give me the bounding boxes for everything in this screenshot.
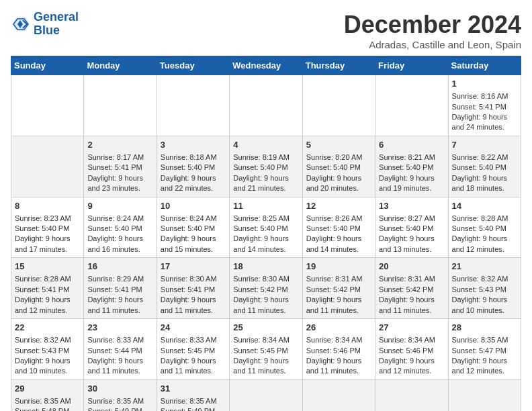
calendar-cell: 10 Sunrise: 8:24 AM Sunset: 5:40 PM Dayl… xyxy=(157,197,229,258)
calendar-cell xyxy=(375,75,448,136)
subtitle: Adradas, Castille and Leon, Spain xyxy=(344,39,521,50)
logo-line1: General xyxy=(34,10,79,24)
header-row: SundayMondayTuesdayWednesdayThursdayFrid… xyxy=(11,56,521,75)
sunset: Sunset: 5:41 PM xyxy=(452,103,506,111)
sunset: Sunset: 5:45 PM xyxy=(233,347,287,355)
sunrise: Sunrise: 8:26 AM xyxy=(306,214,363,222)
sunset: Sunset: 5:41 PM xyxy=(87,285,142,293)
sunrise: Sunrise: 8:23 AM xyxy=(15,214,71,222)
sunrise: Sunrise: 8:31 AM xyxy=(306,275,363,283)
day-number: 15 xyxy=(15,261,80,273)
header-friday: Friday xyxy=(375,56,448,75)
calendar-cell xyxy=(11,136,84,197)
day-number: 18 xyxy=(233,261,298,273)
sunset: Sunset: 5:46 PM xyxy=(306,347,361,355)
day-number: 20 xyxy=(379,261,444,273)
sunset: Sunset: 5:42 PM xyxy=(233,285,287,293)
sunrise: Sunrise: 8:31 AM xyxy=(379,275,435,283)
header-monday: Monday xyxy=(84,56,157,75)
sunrise: Sunrise: 8:30 AM xyxy=(161,275,217,283)
calendar-cell: 4 Sunrise: 8:19 AM Sunset: 5:40 PM Dayli… xyxy=(230,136,302,197)
daylight: Daylight: 9 hours and 10 minutes. xyxy=(452,295,508,314)
day-number: 23 xyxy=(87,322,152,334)
daylight: Daylight: 9 hours and 22 minutes. xyxy=(161,174,216,192)
sunset: Sunset: 5:40 PM xyxy=(306,163,361,171)
day-number: 7 xyxy=(452,139,517,151)
sunset: Sunset: 5:41 PM xyxy=(87,163,142,171)
day-number: 29 xyxy=(15,383,80,395)
calendar-cell: 27 Sunrise: 8:34 AM Sunset: 5:46 PM Dayl… xyxy=(375,319,448,380)
sunrise: Sunrise: 8:20 AM xyxy=(306,153,363,161)
sunrise: Sunrise: 8:24 AM xyxy=(161,214,217,222)
sunrise: Sunrise: 8:17 AM xyxy=(87,153,144,161)
day-number: 30 xyxy=(87,383,152,395)
calendar-header: SundayMondayTuesdayWednesdayThursdayFrid… xyxy=(11,56,521,75)
daylight: Daylight: 9 hours and 11 minutes. xyxy=(233,295,289,314)
sunset: Sunset: 5:40 PM xyxy=(161,224,215,232)
title-area: December 2024 Adradas, Castille and Leon… xyxy=(344,11,521,50)
logo-line2: Blue xyxy=(34,24,60,37)
logo: General Blue xyxy=(11,11,79,38)
calendar-cell: 26 Sunrise: 8:34 AM Sunset: 5:46 PM Dayl… xyxy=(302,319,375,380)
calendar-cell: 18 Sunrise: 8:30 AM Sunset: 5:42 PM Dayl… xyxy=(230,258,302,319)
sunset: Sunset: 5:42 PM xyxy=(306,285,361,293)
day-number: 14 xyxy=(452,200,517,212)
day-number: 4 xyxy=(233,139,298,151)
sunrise: Sunrise: 8:16 AM xyxy=(452,92,508,100)
sunrise: Sunrise: 8:35 AM xyxy=(161,397,217,405)
daylight: Daylight: 9 hours and 23 minutes. xyxy=(87,174,143,192)
sunrise: Sunrise: 8:27 AM xyxy=(379,214,435,222)
day-number: 22 xyxy=(15,322,80,334)
sunrise: Sunrise: 8:32 AM xyxy=(452,275,508,283)
sunrise: Sunrise: 8:18 AM xyxy=(161,153,217,161)
day-number: 5 xyxy=(306,139,371,151)
sunrise: Sunrise: 8:28 AM xyxy=(452,214,508,222)
sunset: Sunset: 5:40 PM xyxy=(161,163,215,171)
sunset: Sunset: 5:40 PM xyxy=(233,163,287,171)
day-number: 16 xyxy=(87,261,152,273)
daylight: Daylight: 9 hours and 13 minutes. xyxy=(379,234,435,253)
daylight: Daylight: 9 hours and 11 minutes. xyxy=(233,357,289,375)
calendar-cell xyxy=(230,75,302,136)
calendar-row: 15 Sunrise: 8:28 AM Sunset: 5:41 PM Dayl… xyxy=(11,258,521,319)
calendar-cell: 3 Sunrise: 8:18 AM Sunset: 5:40 PM Dayli… xyxy=(157,136,229,197)
sunrise: Sunrise: 8:30 AM xyxy=(233,275,290,283)
daylight: Daylight: 9 hours and 18 minutes. xyxy=(452,174,508,192)
sunset: Sunset: 5:42 PM xyxy=(379,285,433,293)
header-wednesday: Wednesday xyxy=(230,56,302,75)
sunrise: Sunrise: 8:24 AM xyxy=(87,214,144,222)
sunrise: Sunrise: 8:19 AM xyxy=(233,153,290,161)
sunrise: Sunrise: 8:29 AM xyxy=(87,275,144,283)
day-number: 27 xyxy=(379,322,444,334)
calendar-cell: 6 Sunrise: 8:21 AM Sunset: 5:40 PM Dayli… xyxy=(375,136,448,197)
daylight: Daylight: 9 hours and 19 minutes. xyxy=(379,174,435,192)
sunset: Sunset: 5:43 PM xyxy=(452,285,506,293)
sunrise: Sunrise: 8:35 AM xyxy=(15,397,71,405)
sunrise: Sunrise: 8:34 AM xyxy=(233,336,290,344)
day-number: 28 xyxy=(452,322,517,334)
calendar-cell xyxy=(302,379,375,411)
calendar-cell: 23 Sunrise: 8:33 AM Sunset: 5:44 PM Dayl… xyxy=(84,319,157,380)
sunset: Sunset: 5:49 PM xyxy=(87,407,142,411)
calendar-cell: 24 Sunrise: 8:33 AM Sunset: 5:45 PM Dayl… xyxy=(157,319,229,380)
day-number: 13 xyxy=(379,200,444,212)
calendar-row: 22 Sunrise: 8:32 AM Sunset: 5:43 PM Dayl… xyxy=(11,319,521,380)
daylight: Daylight: 9 hours and 15 minutes. xyxy=(161,234,216,253)
header: General Blue December 2024 Adradas, Cast… xyxy=(11,11,521,50)
daylight: Daylight: 9 hours and 12 minutes. xyxy=(452,357,508,375)
calendar-cell: 16 Sunrise: 8:29 AM Sunset: 5:41 PM Dayl… xyxy=(84,258,157,319)
calendar-cell: 11 Sunrise: 8:25 AM Sunset: 5:40 PM Dayl… xyxy=(230,197,302,258)
calendar-row: 1 Sunrise: 8:16 AM Sunset: 5:41 PM Dayli… xyxy=(11,75,521,136)
daylight: Daylight: 9 hours and 14 minutes. xyxy=(306,234,362,253)
calendar-cell: 5 Sunrise: 8:20 AM Sunset: 5:40 PM Dayli… xyxy=(302,136,375,197)
calendar-cell: 25 Sunrise: 8:34 AM Sunset: 5:45 PM Dayl… xyxy=(230,319,302,380)
logo-text: General Blue xyxy=(34,11,79,38)
calendar-cell xyxy=(375,379,448,411)
sunrise: Sunrise: 8:25 AM xyxy=(233,214,290,222)
sunrise: Sunrise: 8:34 AM xyxy=(379,336,435,344)
day-number: 19 xyxy=(306,261,371,273)
sunset: Sunset: 5:46 PM xyxy=(379,347,433,355)
day-number: 6 xyxy=(379,139,444,151)
sunset: Sunset: 5:47 PM xyxy=(452,347,506,355)
calendar-cell xyxy=(230,379,302,411)
